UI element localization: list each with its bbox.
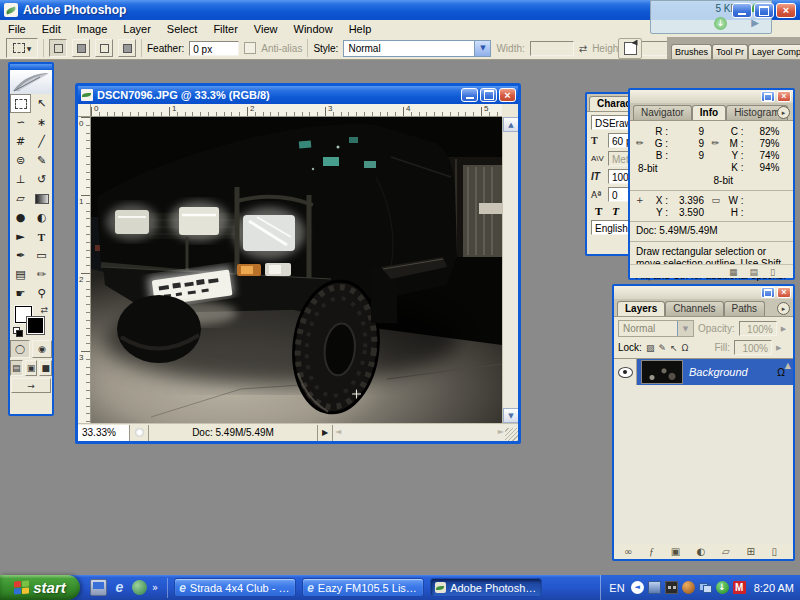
faux-bold-button[interactable]: T (595, 205, 602, 217)
layer-name[interactable]: Background (689, 366, 777, 378)
tool-shape[interactable]: ▭ (31, 246, 52, 265)
browser-globe-icon[interactable] (132, 580, 147, 595)
lock-transparency-icon[interactable]: ▨ (646, 343, 655, 353)
status-ball-icon[interactable] (682, 581, 695, 594)
scroll-up-icon[interactable]: ▲ (785, 361, 791, 370)
image-canvas[interactable] (91, 117, 502, 423)
antialias-checkbox[interactable] (244, 42, 256, 54)
tool-dodge[interactable]: ◐ (31, 208, 52, 227)
blend-mode-select[interactable]: Normal ▼ (618, 320, 694, 337)
selection-new-button[interactable] (49, 39, 67, 57)
menu-edit[interactable]: Edit (34, 22, 69, 36)
scroll-down-icon[interactable]: ▼ (503, 408, 518, 423)
tab-channels[interactable]: Channels (665, 301, 723, 316)
layer-row-background[interactable]: Background Ω (614, 359, 793, 385)
tool-move[interactable]: ↖ (31, 94, 52, 113)
tab-brushes[interactable]: Brushes (671, 44, 712, 59)
selection-intersect-button[interactable] (118, 39, 136, 57)
tool-slice[interactable]: ╱ (31, 132, 52, 151)
download-arrow-icon[interactable]: ↓ (714, 17, 727, 30)
internet-explorer-icon[interactable]: e (112, 580, 127, 595)
tool-path-selection[interactable]: ► (10, 227, 31, 246)
width-input[interactable] (530, 41, 574, 56)
tab-paths[interactable]: Paths (724, 301, 766, 316)
tab-info[interactable]: Info (692, 105, 726, 120)
menu-image[interactable]: Image (69, 22, 116, 36)
scroll-right-icon[interactable]: ► (498, 427, 504, 436)
show-desktop-icon[interactable] (90, 579, 107, 596)
trash-icon[interactable]: ▯ (770, 267, 775, 277)
resume-icon[interactable]: ▶ (751, 18, 759, 28)
fullscreen-menubar-button[interactable]: ▣ (25, 360, 38, 376)
grid-icon[interactable]: ▦ (729, 267, 738, 277)
palette-menu-icon[interactable]: ▸ (777, 302, 790, 315)
tool-blur[interactable]: ● (10, 208, 31, 227)
tool-clone-stamp[interactable]: ⊥ (10, 170, 31, 189)
chevron-icon[interactable]: » (152, 582, 158, 593)
tool-magic-wand[interactable]: ∗ (31, 113, 52, 132)
jump-to-imageready-button[interactable]: → (11, 378, 51, 393)
camera-icon[interactable]: ▤ (750, 267, 759, 277)
taskbar-item-photoshop[interactable]: Adobe Photoshop (430, 578, 542, 597)
palette-menu-icon[interactable]: ▸ (777, 106, 790, 119)
volume-mixer-icon[interactable] (665, 581, 678, 594)
lock-pixels-icon[interactable]: ✎ (658, 343, 666, 353)
tool-brush[interactable]: ✎ (31, 151, 52, 170)
layer-mask-icon[interactable]: ▣ (671, 546, 680, 558)
lock-position-icon[interactable]: ↖ (670, 343, 678, 353)
menu-window[interactable]: Window (286, 22, 341, 36)
menu-filter[interactable]: Filter (205, 22, 245, 36)
selection-add-button[interactable] (72, 39, 90, 57)
quickmask-mode-button[interactable]: ◉ (32, 340, 52, 358)
lock-all-icon[interactable]: Ω (682, 343, 689, 353)
hide-icons-chevron-icon[interactable]: ◄ (631, 581, 644, 594)
tool-pen[interactable]: ✒ (10, 246, 31, 265)
faux-italic-button[interactable]: T (612, 205, 619, 217)
info-palette-title-bar[interactable]: × (630, 90, 793, 103)
selection-subtract-button[interactable] (95, 39, 113, 57)
tool-rectangular-marquee[interactable] (10, 94, 31, 113)
palette-close-button[interactable]: × (777, 287, 791, 298)
toolbox-logo[interactable] (10, 70, 52, 94)
new-layer-icon[interactable]: ⊞ (746, 546, 754, 558)
chevron-down-icon[interactable]: ▼ (474, 41, 490, 56)
resize-grip[interactable] (505, 428, 518, 441)
link-layers-icon[interactable]: ∞ (624, 546, 632, 558)
status-menu-arrow-icon[interactable]: ▶ (318, 425, 333, 441)
swap-dimensions-icon[interactable]: ⇄ (579, 43, 587, 54)
swap-colors-icon[interactable]: ⇄ (40, 305, 48, 315)
close-button[interactable]: × (776, 3, 796, 18)
vertical-scrollbar[interactable]: ▲ ▼ (502, 117, 518, 423)
language-indicator[interactable]: EN (609, 582, 624, 594)
tab-layer-comps[interactable]: Layer Comps (748, 44, 800, 59)
fill-slider-icon[interactable]: ▶ (776, 344, 781, 352)
layer-group-icon[interactable]: ▱ (722, 546, 730, 558)
tool-eraser[interactable]: ▱ (10, 189, 31, 208)
palette-close-button[interactable]: × (777, 91, 791, 102)
tab-navigator[interactable]: Navigator (633, 105, 692, 120)
tool-preset-picker[interactable]: ▼ (6, 38, 38, 58)
download-manager-icon[interactable]: ↓ (716, 581, 729, 594)
opacity-input[interactable]: 100% (739, 321, 777, 336)
tab-layers[interactable]: Layers (617, 301, 665, 316)
tab-tool-presets[interactable]: Tool Pr (712, 44, 748, 59)
restore-button[interactable] (754, 3, 774, 18)
standard-mode-button[interactable]: ◯ (10, 340, 30, 358)
opacity-slider-icon[interactable]: ▶ (781, 325, 786, 333)
document-title-bar[interactable]: DSCN7096.JPG @ 33.3% (RGB/8) × (78, 86, 518, 104)
doc-minimize-button[interactable] (461, 88, 478, 102)
start-button[interactable]: start (0, 575, 80, 600)
tool-crop[interactable]: # (10, 132, 31, 151)
tool-type[interactable]: T (31, 227, 52, 246)
scroll-left-icon[interactable]: ◄ (335, 427, 341, 436)
menu-layer[interactable]: Layer (115, 22, 159, 36)
taskbar-item-eazy-fm[interactable]: e Eazy FM105.5 Listen ... (302, 578, 424, 597)
file-browser-button[interactable] (618, 38, 642, 59)
style-select[interactable]: Normal ▼ (343, 40, 491, 57)
standard-screen-button[interactable]: ▤ (10, 360, 23, 376)
tool-history-brush[interactable]: ↺ (31, 170, 52, 189)
layer-thumbnail[interactable] (641, 360, 683, 384)
delete-layer-icon[interactable]: ▯ (771, 546, 777, 558)
palette-minimize-button[interactable] (761, 91, 775, 102)
menu-file[interactable]: File (0, 22, 34, 36)
